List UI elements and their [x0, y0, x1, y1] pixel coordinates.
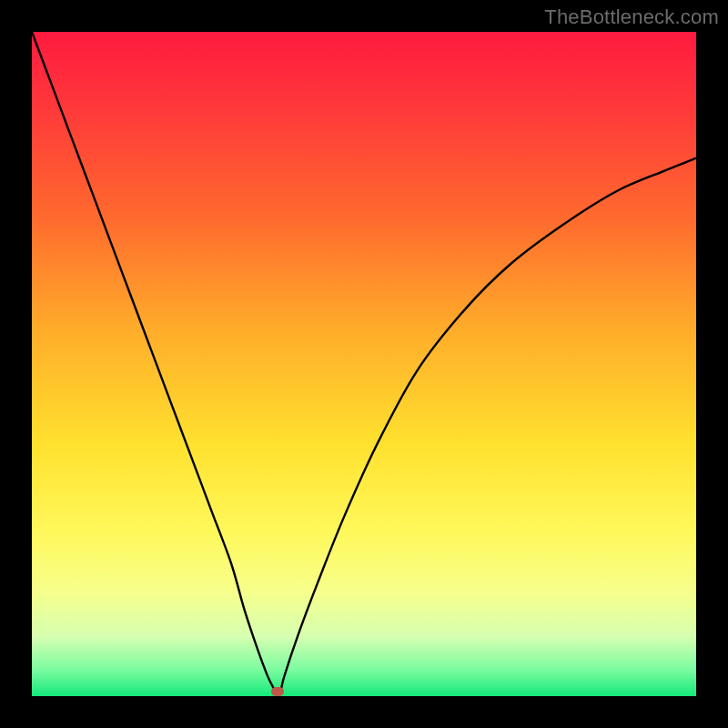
chart-frame: TheBottleneck.com	[0, 0, 728, 728]
plot-area	[32, 32, 696, 696]
optimal-point-marker	[271, 687, 284, 696]
curve-layer	[32, 32, 696, 696]
bottleneck-curve	[32, 32, 696, 696]
watermark-text: TheBottleneck.com	[544, 5, 719, 29]
